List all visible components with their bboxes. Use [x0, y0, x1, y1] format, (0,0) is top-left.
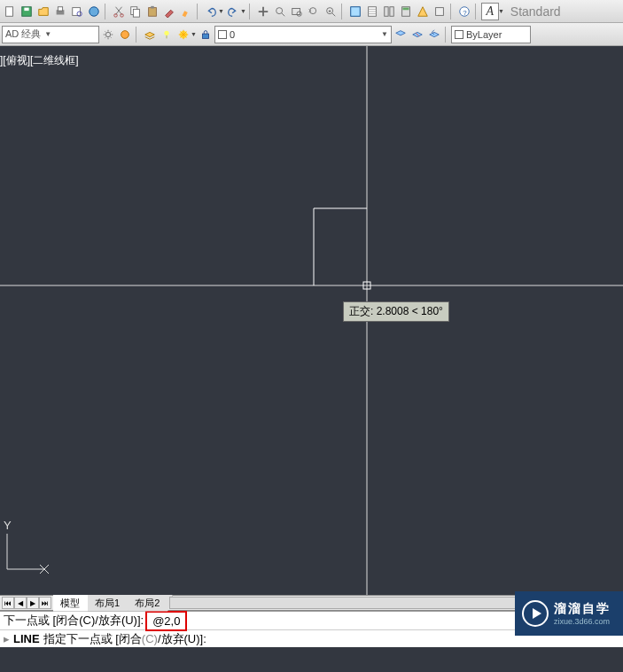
separator — [136, 27, 139, 43]
layer-freeze-icon[interactable] — [175, 27, 191, 43]
svg-rect-25 — [402, 7, 409, 10]
separator — [249, 4, 253, 20]
separator — [445, 27, 448, 43]
command-name: LINE — [13, 632, 40, 645]
svg-rect-11 — [133, 9, 139, 17]
svg-point-29 — [105, 32, 110, 36]
save-icon[interactable] — [19, 4, 35, 20]
style-dropdown-icon[interactable]: ▼ — [498, 8, 504, 14]
sheet-icon[interactable] — [364, 4, 380, 20]
zoom-previous-icon[interactable] — [306, 4, 322, 20]
tool-palettes-icon[interactable] — [381, 4, 397, 20]
svg-rect-13 — [151, 5, 154, 8]
new-icon[interactable] — [2, 4, 18, 20]
svg-rect-20 — [351, 6, 361, 16]
undo-dropdown-icon[interactable]: ▼ — [218, 8, 224, 14]
zoom-window-icon[interactable] — [289, 4, 305, 20]
tab-layout1[interactable]: 布局1 — [88, 595, 133, 612]
svg-rect-33 — [202, 34, 208, 38]
secondary-toolbar: AD 经典 ▼ ▼ 0 ▼ ByLayer — [0, 23, 623, 46]
properties-icon[interactable] — [347, 4, 363, 20]
tab-layout2[interactable]: 布局2 — [128, 595, 173, 612]
svg-point-17 — [310, 7, 316, 13]
workspace-combo[interactable]: AD 经典 ▼ — [2, 26, 99, 43]
help-icon[interactable]: ? — [456, 4, 472, 20]
tab-next-icon[interactable]: ▶ — [27, 597, 39, 609]
play-icon — [522, 600, 549, 627]
paste-icon[interactable] — [144, 4, 160, 20]
style-name-label[interactable]: Standard — [505, 4, 561, 19]
command-prompt: 指定下一点或 [闭合(C)/放弃(U)]: — [43, 631, 206, 647]
tab-last-icon[interactable]: ⏭ — [39, 597, 51, 609]
svg-point-30 — [121, 30, 129, 38]
pan-icon[interactable] — [255, 4, 271, 20]
layer-previous-icon[interactable] — [426, 27, 442, 43]
svg-point-31 — [164, 30, 168, 35]
separator — [450, 4, 454, 20]
bylayer-label: ByLayer — [466, 29, 505, 40]
redo-dropdown-icon[interactable]: ▼ — [240, 8, 246, 14]
command-chevron-icon: ▸ — [4, 632, 10, 645]
layer-properties-icon[interactable] — [142, 27, 158, 43]
dynamic-input-tooltip: 正交: 2.8008 < 180° — [343, 301, 449, 322]
layer-state-icon[interactable] — [393, 27, 409, 43]
open-icon[interactable] — [35, 4, 51, 20]
separator — [197, 4, 200, 20]
cut-icon[interactable] — [111, 4, 127, 20]
tab-first-icon[interactable]: ⏮ — [2, 597, 14, 609]
svg-text:?: ? — [463, 8, 467, 16]
canvas-svg: Y — [0, 46, 623, 595]
markup-icon[interactable] — [415, 4, 431, 20]
color-combo[interactable]: ByLayer — [451, 26, 531, 43]
svg-rect-26 — [436, 7, 444, 15]
workspace-label: AD 经典 — [5, 27, 44, 41]
calculator-icon[interactable] — [398, 4, 414, 20]
quickcalc-icon[interactable] — [432, 4, 448, 20]
copy-icon[interactable] — [128, 4, 144, 20]
layer-name-label: 0 — [230, 29, 238, 40]
svg-point-7 — [90, 6, 99, 16]
watermark-logo: 溜溜自学 zixue.3d66.com — [515, 591, 623, 636]
svg-point-16 — [297, 12, 301, 16]
layer-on-icon[interactable] — [159, 27, 175, 43]
text-style-icon[interactable]: A — [481, 3, 499, 20]
color-swatch — [455, 30, 463, 39]
tab-nav-arrows: ⏮ ◀ ▶ ⏭ — [0, 597, 53, 609]
separator — [341, 4, 345, 20]
svg-text:+: + — [328, 7, 331, 12]
chevron-down-icon: ▼ — [381, 30, 388, 38]
publish-icon[interactable] — [86, 4, 102, 20]
tab-model[interactable]: 模型 — [53, 595, 93, 612]
svg-rect-0 — [6, 6, 13, 16]
redo-icon[interactable] — [225, 4, 241, 20]
svg-rect-4 — [58, 6, 62, 10]
svg-point-14 — [276, 7, 283, 13]
layer-freeze-dropdown[interactable]: ▼ — [191, 31, 197, 37]
preview-icon[interactable] — [69, 4, 85, 20]
tab-prev-icon[interactable]: ◀ — [14, 597, 27, 609]
command-input-highlight: @2,0 — [145, 611, 187, 631]
svg-rect-12 — [149, 7, 157, 16]
print-icon[interactable] — [52, 4, 68, 20]
brush-icon[interactable] — [178, 4, 194, 20]
workspace-settings-icon[interactable] — [117, 27, 133, 43]
svg-text:Y: Y — [4, 519, 12, 532]
svg-rect-2 — [24, 7, 28, 11]
watermark-url: zixue.3d66.com — [554, 617, 611, 626]
main-toolbar: ▼ ▼ + ? A ▼ Standard — [0, 0, 623, 23]
layer-combo[interactable]: 0 ▼ — [214, 26, 392, 43]
undo-icon[interactable] — [203, 4, 219, 20]
layer-lock-icon[interactable] — [198, 27, 214, 43]
command-history-text: 下一点或 [闭合(C)/放弃(U)]: — [4, 613, 144, 629]
view-label[interactable]: ][俯视][二维线框] — [0, 53, 79, 68]
separator — [475, 4, 479, 20]
layer-iso-icon[interactable] — [409, 27, 425, 43]
drawing-canvas[interactable]: Y ][俯视][二维线框] 正交: 2.8008 < 180° — [0, 46, 623, 595]
separator — [105, 4, 108, 20]
zoom-extents-icon[interactable]: + — [323, 4, 339, 20]
chevron-down-icon: ▼ — [44, 30, 51, 38]
zoom-realtime-icon[interactable] — [272, 4, 288, 20]
match-icon[interactable] — [161, 4, 177, 20]
workspace-gear-icon[interactable] — [100, 27, 116, 43]
watermark-title: 溜溜自学 — [554, 601, 611, 617]
